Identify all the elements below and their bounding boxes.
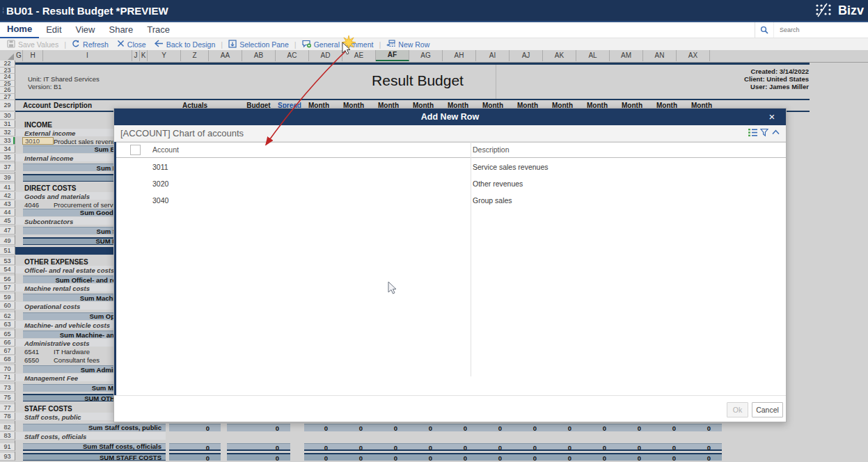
modal-row[interactable]: 3020 Other revenues — [116, 175, 786, 192]
toolbar-button-back-to-design[interactable]: Back to Design — [150, 39, 220, 50]
value-cell[interactable]: 0 — [339, 424, 374, 431]
column-header-k[interactable]: K — [140, 50, 148, 61]
value-cell[interactable]: 0 — [443, 424, 478, 431]
value-cell[interactable]: 0 — [227, 443, 290, 451]
report-version: Version: B1 — [28, 83, 62, 90]
value-cell[interactable]: 0 — [617, 453, 652, 461]
value-cell[interactable]: 0 — [652, 453, 687, 461]
toolbar-button-new-row[interactable]: New Row — [382, 39, 434, 50]
column-header-am[interactable]: AM — [610, 50, 643, 61]
column-header-ak[interactable]: AK — [543, 50, 576, 61]
column-header-ax[interactable]: AX — [677, 50, 710, 61]
column-header-aj[interactable]: AJ — [510, 50, 543, 61]
modal-cell-description[interactable]: Service sales revenues — [473, 159, 772, 175]
column-header-aa[interactable]: AA — [209, 50, 242, 61]
value-cell[interactable]: 0 — [548, 453, 583, 461]
column-header-ag[interactable]: AG — [409, 50, 443, 61]
value-cell[interactable]: 0 — [339, 453, 374, 461]
value-cell[interactable]: 0 — [169, 424, 221, 431]
value-cell[interactable]: 0 — [687, 443, 722, 451]
column-header-an[interactable]: AN — [643, 50, 677, 61]
value-cell[interactable]: 0 — [513, 453, 548, 461]
value-cell[interactable]: 0 — [513, 424, 548, 431]
row-number[interactable]: 29 — [0, 100, 15, 111]
value-cell[interactable]: 0 — [304, 443, 339, 451]
value-cell[interactable]: 0 — [409, 453, 443, 461]
value-cell[interactable]: 0 — [169, 453, 221, 461]
modal-cell-description[interactable]: Group sales — [473, 192, 772, 209]
column-header-ab[interactable]: AB — [242, 50, 276, 61]
toolbar-button-selection-pane[interactable]: Selection Pane — [224, 39, 293, 50]
value-cell[interactable]: 0 — [227, 453, 290, 461]
value-cell[interactable]: 0 — [478, 453, 513, 461]
list-settings-icon[interactable] — [748, 128, 758, 137]
collapse-chevron-icon[interactable] — [771, 128, 780, 137]
modal-cell-description[interactable]: Other revenues — [473, 175, 772, 192]
toolbar-separator: | — [221, 40, 223, 49]
value-cell[interactable]: 0 — [478, 443, 513, 451]
value-cell[interactable]: 0 — [652, 424, 687, 431]
column-header-h[interactable]: H — [23, 50, 43, 61]
search-input[interactable] — [778, 26, 865, 34]
value-cell[interactable]: 0 — [409, 443, 443, 451]
value-cell[interactable]: 0 — [652, 443, 687, 451]
value-cell[interactable]: 0 — [374, 443, 409, 451]
value-cell[interactable]: 0 — [617, 424, 652, 431]
toolbar-button-general-comment[interactable]: General Comment — [298, 39, 378, 50]
modal-row[interactable]: 3011 Service sales revenues — [116, 159, 786, 175]
value-cell[interactable]: 0 — [583, 453, 617, 461]
value-cell[interactable]: 0 — [687, 424, 722, 431]
menu-item-edit[interactable]: Edit — [39, 22, 68, 38]
column-header-ad[interactable]: AD — [309, 50, 342, 61]
value-cell[interactable]: 0 — [374, 453, 409, 461]
value-cell[interactable]: 0 — [304, 453, 339, 461]
modal-add-new-row: Add New Row × [ACCOUNT] Chart of account… — [113, 108, 787, 422]
column-header-i[interactable]: I — [43, 50, 132, 61]
value-cell[interactable]: 0 — [227, 424, 290, 431]
value-cell[interactable]: 0 — [443, 453, 478, 461]
modal-cell-account[interactable]: 3011 — [152, 159, 466, 175]
column-header-al[interactable]: AL — [576, 50, 610, 61]
column-header-ah[interactable]: AH — [443, 50, 476, 61]
value-cell[interactable]: 0 — [548, 424, 583, 431]
value-cell[interactable]: 0 — [583, 424, 617, 431]
toolbar-button-save-values[interactable]: Save Values — [3, 39, 63, 50]
value-cell[interactable]: 0 — [339, 443, 374, 451]
value-cell[interactable]: 0 — [687, 453, 722, 461]
value-cell[interactable]: 0 — [374, 424, 409, 431]
modal-cell-account[interactable]: 3020 — [152, 175, 466, 192]
filter-icon[interactable] — [760, 128, 769, 137]
value-cell[interactable]: 0 — [443, 443, 478, 451]
value-cell[interactable]: 0 — [169, 443, 221, 451]
modal-cell-account[interactable]: 3040 — [152, 192, 466, 209]
column-header-ae[interactable]: AE — [342, 50, 376, 61]
column-header-g[interactable]: G — [15, 50, 23, 61]
value-cell[interactable]: 0 — [478, 424, 513, 431]
modal-column-header-account[interactable]: Account — [152, 142, 466, 157]
ok-button[interactable]: Ok — [727, 402, 748, 417]
column-header-ac[interactable]: AC — [276, 50, 309, 61]
value-cell[interactable]: 0 — [304, 424, 339, 431]
toolbar-button-close[interactable]: Close — [113, 39, 150, 50]
search-icon[interactable] — [755, 22, 774, 38]
menu-item-view[interactable]: View — [69, 22, 102, 38]
value-cell[interactable]: 0 — [513, 443, 548, 451]
column-header-j[interactable]: J — [132, 50, 140, 61]
menu-item-home[interactable]: Home — [0, 22, 39, 38]
cancel-button[interactable]: Cancel — [752, 402, 783, 417]
menu-item-share[interactable]: Share — [102, 22, 140, 38]
toolbar-button-refresh[interactable]: Refresh — [68, 39, 113, 50]
value-cell[interactable]: 0 — [583, 443, 617, 451]
modal-column-header-description[interactable]: Description — [473, 142, 751, 157]
column-header-z[interactable]: Z — [181, 50, 209, 61]
modal-close-button[interactable]: × — [764, 109, 780, 125]
column-header-y[interactable]: Y — [148, 50, 181, 61]
column-header-af[interactable]: AF — [376, 50, 409, 61]
value-cell[interactable]: 0 — [617, 443, 652, 451]
value-cell[interactable]: 0 — [548, 443, 583, 451]
menu-item-trace[interactable]: Trace — [140, 22, 177, 38]
select-all-checkbox[interactable] — [130, 145, 141, 155]
value-cell[interactable]: 0 — [409, 424, 443, 431]
modal-row[interactable]: 3040 Group sales — [116, 192, 786, 209]
column-header-ai[interactable]: AI — [476, 50, 510, 61]
